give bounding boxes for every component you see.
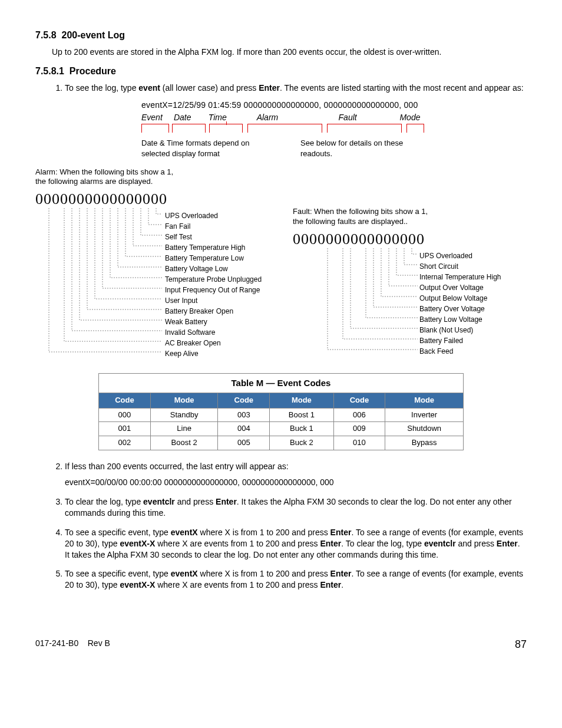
- step-4: To see a specific event, type eventX whe…: [65, 527, 527, 561]
- event-format-example: eventX=12/25/99 01:45:59 000000000000000…: [141, 100, 527, 159]
- page-footer: 017-241-B0 Rev B 87: [35, 638, 527, 651]
- step-2: If less than 200 events occurred, the la…: [65, 461, 527, 488]
- heading-7581: 7.5.8.1 Procedure: [35, 65, 527, 78]
- procedure-list-cont: If less than 200 events occurred, the la…: [52, 461, 527, 591]
- alarm-bits-diagram: 0000000000000000 UPS Overloaded Fan Fail…: [35, 189, 269, 361]
- fault-bits-diagram: Fault: When the following bits show a 1,…: [293, 201, 527, 360]
- table-row: 002Boost 2 005Buck 2 010Bypass: [99, 436, 464, 450]
- step-5: To see a specific event, type eventX whe…: [65, 568, 527, 591]
- step-1: To see the log, type event (all lower ca…: [65, 83, 527, 159]
- procedure-list: To see the log, type event (all lower ca…: [52, 83, 527, 159]
- heading-758: 7.5.8 200-event Log: [35, 29, 527, 42]
- alarm-intro: Alarm: When the following bits show a 1,…: [35, 167, 527, 187]
- table-row: 001Line 004Buck 1 009Shutdown: [99, 422, 464, 436]
- event-codes-table: Table M — Event Codes CodeMode CodeMode …: [98, 373, 464, 450]
- table-row: 000Standby 003Boost 1 006Inverter: [99, 408, 464, 422]
- intro-text: Up to 200 events are stored in the Alpha…: [52, 47, 527, 57]
- step-3: To clear the log, type eventclr and pres…: [65, 496, 527, 519]
